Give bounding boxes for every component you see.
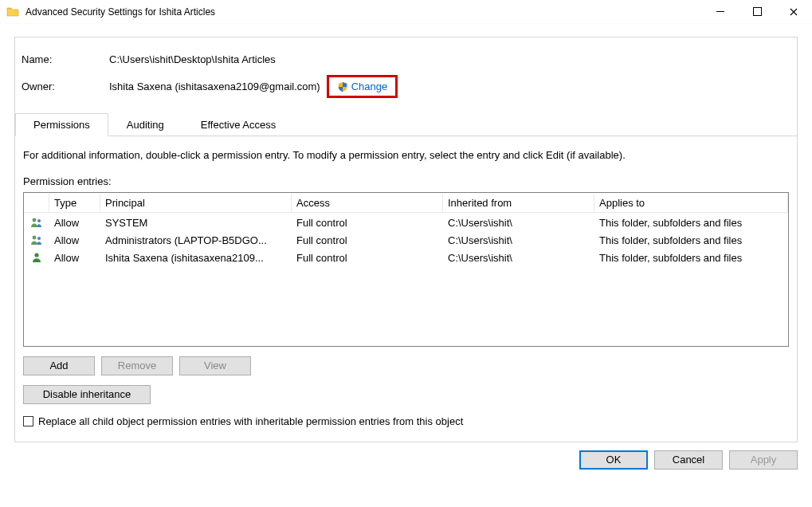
info-text: For additional information, double-click… bbox=[23, 149, 789, 161]
replace-children-checkbox[interactable] bbox=[23, 416, 33, 426]
close-button[interactable] bbox=[775, 0, 812, 24]
principal-group-icon bbox=[24, 215, 49, 230]
cancel-button[interactable]: Cancel bbox=[654, 450, 723, 470]
tab-permissions[interactable]: Permissions bbox=[15, 113, 108, 136]
table-header-row: Type Principal Access Inherited from App… bbox=[24, 193, 788, 214]
uac-shield-icon bbox=[337, 81, 348, 92]
add-button[interactable]: Add bbox=[23, 356, 95, 375]
view-button[interactable]: View bbox=[179, 356, 251, 375]
principal-group-icon bbox=[24, 233, 49, 247]
col-type[interactable]: Type bbox=[49, 194, 100, 213]
folder-icon bbox=[6, 6, 19, 18]
name-row: Name: C:\Users\ishit\Desktop\Ishita Arti… bbox=[15, 53, 797, 75]
tab-effective-access[interactable]: Effective Access bbox=[182, 113, 294, 136]
tab-bar: Permissions Auditing Effective Access bbox=[15, 112, 797, 136]
owner-value: Ishita Saxena (ishitasaxena2109@gmail.co… bbox=[109, 81, 320, 92]
principal-user-icon bbox=[24, 250, 49, 265]
col-principal[interactable]: Principal bbox=[100, 194, 292, 213]
svg-point-3 bbox=[37, 237, 41, 240]
title-bar: Advanced Security Settings for Ishita Ar… bbox=[0, 0, 812, 24]
window-title: Advanced Security Settings for Ishita Ar… bbox=[25, 6, 215, 18]
entries-label: Permission entries: bbox=[23, 175, 789, 187]
owner-row: Owner: Ishita Saxena (ishitasaxena2109@g… bbox=[15, 75, 797, 112]
svg-point-0 bbox=[33, 218, 37, 222]
svg-point-2 bbox=[33, 236, 37, 240]
replace-children-row[interactable]: Replace all child object permission entr… bbox=[23, 415, 789, 427]
dialog-footer: OK Cancel Apply bbox=[0, 442, 812, 479]
name-value: C:\Users\ishit\Desktop\Ishita Articles bbox=[109, 53, 276, 65]
disable-inheritance-button[interactable]: Disable inheritance bbox=[23, 385, 151, 404]
name-label: Name: bbox=[22, 53, 109, 65]
minimize-button[interactable] bbox=[702, 0, 739, 24]
remove-button[interactable]: Remove bbox=[101, 356, 173, 375]
change-owner-highlight: Change bbox=[327, 75, 398, 98]
col-access[interactable]: Access bbox=[292, 194, 443, 213]
table-row[interactable]: Allow Administrators (LAPTOP-B5DGO... Fu… bbox=[24, 231, 788, 249]
table-row[interactable]: Allow SYSTEM Full control C:\Users\ishit… bbox=[24, 214, 788, 231]
replace-children-label: Replace all child object permission entr… bbox=[38, 415, 463, 427]
permission-table[interactable]: Type Principal Access Inherited from App… bbox=[23, 192, 789, 347]
owner-label: Owner: bbox=[22, 81, 109, 92]
maximize-button[interactable] bbox=[739, 0, 775, 24]
row-actions: Add Remove View bbox=[23, 356, 789, 375]
ok-button[interactable]: OK bbox=[579, 450, 648, 470]
apply-button[interactable]: Apply bbox=[729, 450, 798, 470]
col-applies[interactable]: Applies to bbox=[594, 194, 788, 213]
col-inherited[interactable]: Inherited from bbox=[443, 194, 594, 213]
svg-point-1 bbox=[37, 219, 41, 222]
svg-point-4 bbox=[34, 253, 38, 257]
table-row[interactable]: Allow Ishita Saxena (ishitasaxena2109...… bbox=[24, 249, 788, 266]
tab-auditing[interactable]: Auditing bbox=[108, 113, 182, 136]
main-panel: Name: C:\Users\ishit\Desktop\Ishita Arti… bbox=[14, 37, 798, 442]
change-owner-link[interactable]: Change bbox=[351, 81, 388, 92]
